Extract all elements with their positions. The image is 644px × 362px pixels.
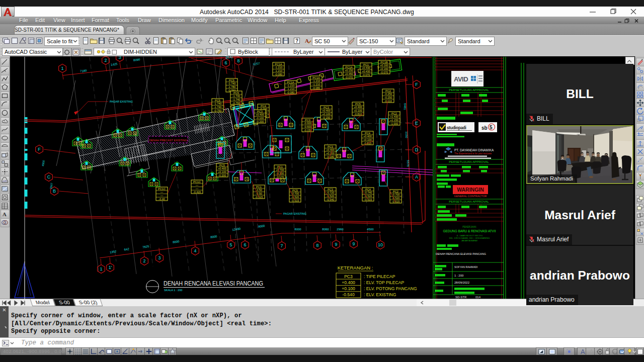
svg-text:-1.740: -1.740 [232,98,240,101]
svg-text:5: 5 [490,125,493,130]
svg-text:12490: 12490 [232,227,241,231]
svg-text:2: 2 [143,258,145,263]
svg-text:-1.780: -1.780 [228,85,235,88]
svg-text:D: D [415,147,419,152]
svg-text:1: 1 [61,66,63,71]
svg-text:6257: 6257 [253,62,261,66]
svg-text:-1.000: -1.000 [390,122,398,125]
svg-text:-0.50: -0.50 [256,189,262,192]
svg-text:B: B [53,189,56,194]
svg-text:PC1A: PC1A [275,63,282,66]
svg-text:GENERAL CONTRACTOR: GENERAL CONTRACTOR [454,195,487,198]
svg-text:PC3: PC3 [257,110,263,113]
svg-text:-0.250: -0.250 [384,96,392,99]
svg-text:PC4: PC4 [365,188,371,191]
svg-text:-0.080: -0.080 [312,86,320,89]
svg-text:4500: 4500 [41,160,45,166]
svg-text:+1.150: +1.150 [390,119,398,122]
svg-text:+0.160: +0.160 [380,67,388,70]
svg-text:-1.210: -1.210 [312,83,320,86]
svg-text:-0.100: -0.100 [256,117,264,120]
svg-text:PC2: PC2 [391,112,397,115]
svg-text:PC4: PC4 [261,105,266,108]
svg-text:PT. DAYANDAH DINAMIKA: PT. DAYANDAH DINAMIKA [454,148,494,152]
svg-text:1': 1' [109,265,112,270]
svg-text:-0.250: -0.250 [384,93,392,96]
svg-text:SKALA 1 : 200: SKALA 1 : 200 [164,289,182,292]
svg-text:: ELV. TOP PILECAP: : ELV. TOP PILECAP [364,280,405,285]
svg-text:PC3: PC3 [328,188,333,191]
svg-text:1 : 200: 1 : 200 [454,274,464,277]
svg-text:-0.540: -0.540 [342,292,355,297]
svg-text:-1.210: -1.210 [287,87,294,90]
svg-text:8: 8 [237,58,239,63]
svg-text:PC1C: PC1C [158,188,166,191]
svg-text:DENAH PRECAST EXISTING: DENAH PRECAST EXISTING [149,139,187,142]
svg-text:sb: sb [481,125,488,131]
svg-text:PC5: PC5 [355,103,361,106]
svg-text:: TIPE PILECAP: : TIPE PILECAP [364,274,395,279]
svg-text:+0.400: +0.400 [342,280,355,285]
svg-text:-0.515: -0.515 [392,200,399,203]
svg-text:PC1A: PC1A [345,66,353,69]
svg-text:+0.160: +0.160 [380,64,388,67]
svg-text:AVID: AVID [454,75,468,83]
svg-text:-0.420: -0.420 [193,191,201,194]
svg-text:28/09/2022: 28/09/2022 [454,281,470,284]
svg-text:3: 3 [158,255,160,260]
svg-text:-0.070: -0.070 [380,71,388,74]
svg-text:A: A [3,211,7,217]
svg-text:-0.810: -0.810 [354,113,362,116]
svg-text:PC5: PC5 [215,99,220,102]
svg-text:10: 10 [378,242,383,247]
svg-text:7625: 7625 [142,245,150,249]
svg-text:7: 7 [280,243,283,248]
svg-text:PC3: PC3 [344,274,353,279]
svg-text:-1.740: -1.740 [214,102,221,105]
svg-text:-0.520: -0.520 [327,195,334,198]
svg-text:8060: 8060 [322,228,329,231]
svg-text:8000: 8000 [294,228,301,231]
svg-text:-1.210: -1.210 [275,66,282,69]
svg-text:7180: 7180 [80,69,88,73]
svg-text:: ELV. POTONG PANCANG: : ELV. POTONG PANCANG [364,286,417,291]
svg-text:PC2: PC2 [385,89,391,93]
svg-text:9: 9 [335,242,337,247]
svg-text:-0.40: -0.40 [158,198,165,201]
svg-text:PC1A: PC1A [312,76,320,79]
svg-text:-0.720: -0.720 [327,191,334,194]
svg-text:PC1B: PC1B [380,61,388,64]
svg-text:8090: 8090 [133,58,141,62]
svg-text:-0.515: -0.515 [291,199,299,202]
svg-text:5: 5 [229,242,232,247]
svg-text:+1.430: +1.430 [390,115,398,118]
svg-text:-0.300: -0.300 [276,172,284,175]
svg-text:PC1C: PC1C [193,180,201,184]
svg-text:1: 1 [100,266,102,272]
svg-text:DENAH RENCANA ELEVASI PANCANG: DENAH RENCANA ELEVASI PANCANG [164,280,263,287]
svg-text:-0.515: -0.515 [364,198,372,201]
svg-text:JAKARTA BARAT: JAKARTA BARAT [461,239,477,242]
svg-text:studiopadi: studiopadi [447,126,466,130]
svg-text:2: 2 [104,58,107,63]
svg-text:2960: 2960 [337,228,344,231]
svg-text:-0.150: -0.150 [323,116,330,119]
svg-text:+0.100: +0.100 [354,109,362,112]
svg-text:—: — [196,184,199,187]
svg-text:PERSETUJUAN APPROVAL: PERSETUJUAN APPROVAL [449,160,489,163]
svg-text:6: 6 [224,60,227,65]
svg-text:PC5: PC5 [292,189,298,192]
svg-text:PAGAR EXISTING: PAGAR EXISTING [283,212,306,215]
svg-text:9: 9 [352,241,355,246]
svg-text:KETERANGAN :: KETERANGAN : [338,265,373,270]
svg-text:+0.100: +0.100 [363,138,372,141]
svg-text:C: C [47,174,51,179]
svg-text:A: A [415,174,418,179]
svg-text:PC3: PC3 [305,119,310,122]
svg-text:PC4: PC4 [365,132,370,135]
svg-text:+0.400: +0.400 [363,135,372,138]
svg-text:GEDUNG BARU & RENOVASI ATVII: GEDUNG BARU & RENOVASI ATVII [443,229,496,233]
svg-text:+0.400: +0.400 [354,106,362,109]
svg-text:-1.210: -1.210 [312,79,320,82]
svg-text:+0.150: +0.150 [345,69,353,72]
